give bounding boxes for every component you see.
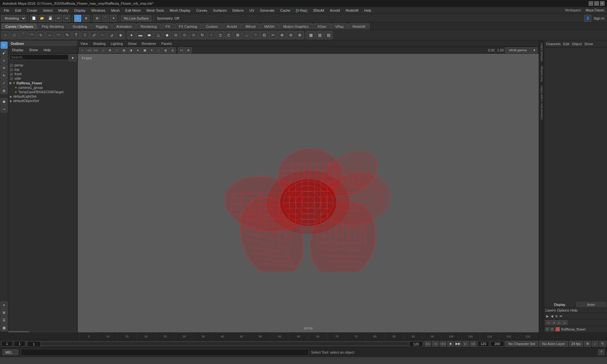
planar-btn[interactable]: ⊟ — [260, 31, 268, 39]
menu-file[interactable]: File — [1, 8, 12, 13]
vp-menu-shading[interactable]: Shading — [92, 42, 107, 46]
play-end-button[interactable]: ▷| — [470, 341, 476, 347]
tab-custom[interactable]: Custom — [202, 23, 222, 29]
tab-rendering[interactable]: Rendering — [137, 23, 161, 29]
vp-texture-btn[interactable]: ▦ — [142, 47, 148, 53]
range-start-input[interactable] — [27, 341, 41, 347]
channel-box-edit[interactable]: Edit — [563, 42, 569, 46]
boundary-btn[interactable]: ⊏ — [225, 31, 233, 39]
loft-btn[interactable]: ⊃ — [189, 31, 198, 39]
no-character-set-select[interactable]: No Character Set — [506, 341, 538, 347]
menu-cache[interactable]: Cache — [278, 8, 293, 13]
layers-menu-options[interactable]: Options — [557, 308, 569, 312]
vp-xray-btn[interactable]: ⊷ — [178, 47, 185, 53]
channel-box-channels[interactable]: Channels — [546, 42, 561, 46]
cube-btn[interactable]: ▬ — [136, 31, 144, 39]
transform-button[interactable]: ⊕ — [83, 15, 89, 22]
arc-icon-btn[interactable]: ◠ — [28, 31, 36, 39]
max-frame-input[interactable] — [490, 341, 504, 347]
outliner-item-lightset[interactable]: ◈ defaultLightSet — [8, 94, 77, 99]
pencil-icon-btn[interactable]: ✎ — [63, 31, 71, 39]
play-start-button[interactable]: |◁ — [425, 341, 431, 347]
tab-fx-caching[interactable]: FX Caching — [175, 23, 201, 29]
vp-menu-lighting[interactable]: Lighting — [109, 42, 124, 46]
menu-surfaces[interactable]: Surfaces — [211, 8, 229, 13]
vp-ao-btn[interactable]: ◍ — [162, 47, 169, 53]
square-icon-btn[interactable]: □ — [10, 31, 18, 39]
close-button[interactable]: ✕ — [600, 1, 604, 6]
channel-box-show[interactable]: Show — [584, 42, 593, 46]
range-end-input[interactable] — [409, 341, 423, 347]
select-tool-button[interactable]: ⊹ — [74, 15, 81, 22]
tab-arnold[interactable]: Arnold — [223, 23, 241, 29]
layer-btn3[interactable]: ☰ — [1, 317, 8, 324]
tab-rigging[interactable]: Rigging — [92, 23, 112, 29]
sign-in-button[interactable]: 👤 — [584, 15, 591, 22]
helix-icon-btn[interactable]: 〰 — [54, 31, 63, 39]
layer-visible-toggle[interactable]: V — [545, 327, 549, 331]
menu-3dtoall[interactable]: 3DtoAll — [310, 8, 327, 13]
lasso-button[interactable]: ⊂ — [1, 57, 8, 64]
sweep-btn[interactable]: ⊂ — [181, 31, 189, 39]
ep-curve-btn[interactable]: ⌇ — [81, 31, 89, 39]
display-tab[interactable]: Display — [544, 302, 576, 307]
outliner-item-front[interactable]: 🎥 front — [8, 72, 77, 76]
menu-edit[interactable]: Edit — [13, 8, 24, 13]
vp-gamma-options[interactable]: ▼ — [531, 47, 537, 53]
menu-arnold[interactable]: Arnold — [328, 8, 343, 13]
new-layer-btn[interactable]: ▶ — [545, 314, 550, 318]
fillet-btn[interactable]: ⌓ — [242, 31, 251, 39]
freeform-icon-btn[interactable]: ∿ — [37, 31, 45, 39]
tab-vray[interactable]: VRay — [331, 23, 348, 29]
vp-shadow-btn[interactable]: ◌ — [156, 47, 162, 53]
vp-joint-btn[interactable]: ⊕ — [185, 47, 192, 53]
vp-menu-view[interactable]: View — [79, 42, 89, 46]
menu-display[interactable]: Display — [72, 8, 88, 13]
start-frame-input[interactable] — [14, 341, 25, 347]
text-icon-btn[interactable]: T — [72, 31, 80, 39]
no-anim-layer-select[interactable]: No Anim Layer — [539, 341, 568, 347]
bezier-btn[interactable]: ⌭ — [90, 31, 98, 39]
command-line-input[interactable] — [21, 349, 309, 356]
snap-grid-button[interactable]: ⊞ — [94, 15, 101, 22]
step-back-button[interactable]: ◁ — [432, 341, 438, 347]
mel-label[interactable]: MEL — [3, 349, 18, 355]
tool-settings-label[interactable]: Tool Settings — [540, 64, 543, 83]
save-scene-button[interactable]: 💾 — [47, 15, 54, 22]
end-frame-input[interactable] — [478, 341, 489, 347]
layer-ctrl-2[interactable]: ◁ — [551, 320, 556, 325]
menu-uv[interactable]: UV — [247, 8, 257, 13]
play-back-button[interactable]: ◁◁ — [440, 341, 446, 347]
rotate-button[interactable]: ↻ — [1, 72, 8, 79]
layer-ctrl-1[interactable]: ◁ — [545, 320, 550, 325]
search-input[interactable] — [9, 54, 69, 60]
vp-shade-btn[interactable]: ◑ — [128, 47, 134, 53]
tab-sculpting[interactable]: Sculpting — [69, 23, 91, 29]
outliner-help-menu[interactable]: Help — [41, 47, 53, 52]
fps-select[interactable]: 24 fps — [569, 341, 583, 347]
vp-next-btn[interactable]: ▷▷ — [93, 47, 99, 53]
tab-xgen[interactable]: XGen — [313, 23, 330, 29]
outliner-item-persp[interactable]: 🎥 persp — [8, 63, 77, 67]
playback-audio-button[interactable]: ♪ — [592, 341, 598, 347]
outliner-item-top[interactable]: 🎥 top — [8, 67, 77, 72]
vp-menu-renderer[interactable]: Renderer — [140, 42, 157, 46]
symmetry-button[interactable]: ⊸ — [1, 106, 8, 112]
tab-fx[interactable]: FX — [162, 23, 174, 29]
menu-mesh[interactable]: Mesh — [108, 8, 122, 13]
attr-editor-label[interactable]: Attribute Editor — [540, 42, 543, 63]
stop-button[interactable]: ■ — [447, 341, 454, 347]
nurbs-btn[interactable]: ▧ — [316, 31, 324, 39]
tab-motion-graphics[interactable]: Motion Graphics — [279, 23, 313, 29]
vp-aa-btn[interactable]: ◎ — [169, 47, 176, 53]
range-bar[interactable] — [27, 342, 423, 346]
menu-vray[interactable]: [V-Ray] — [293, 8, 310, 13]
tab-redshift[interactable]: Redshift — [348, 23, 369, 29]
revolve-btn[interactable]: ↻ — [198, 31, 206, 39]
step-forward-button[interactable]: ▷ — [463, 341, 469, 347]
vp-smooth-btn[interactable]: ● — [135, 47, 141, 53]
sphere-btn[interactable]: ● — [127, 31, 136, 39]
new-scene-button[interactable]: 📄 — [30, 15, 37, 22]
bevel-btn[interactable]: ⌔ — [251, 31, 260, 39]
tab-curves-surfaces[interactable]: Curves / Surfaces — [1, 23, 37, 29]
